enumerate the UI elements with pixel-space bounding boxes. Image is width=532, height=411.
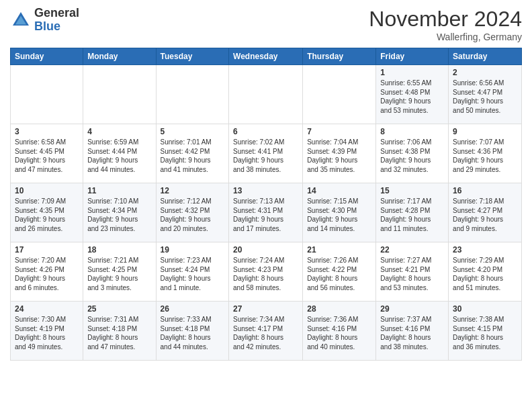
calendar-cell: 20Sunrise: 7:24 AM Sunset: 4:23 PM Dayli… [229, 242, 303, 302]
calendar-cell: 21Sunrise: 7:26 AM Sunset: 4:22 PM Dayli… [303, 242, 376, 302]
day-number: 2 [453, 68, 517, 77]
calendar-cell: 13Sunrise: 7:13 AM Sunset: 4:31 PM Dayli… [229, 183, 303, 242]
day-number: 22 [380, 245, 444, 255]
day-number: 14 [307, 186, 371, 195]
day-number: 12 [161, 186, 225, 195]
header-row: Sunday Monday Tuesday Wednesday Thursday… [11, 48, 522, 65]
logo: General Blue [10, 7, 79, 34]
calendar-week-4: 24Sunrise: 7:30 AM Sunset: 4:19 PM Dayli… [11, 302, 522, 361]
calendar-cell: 4Sunrise: 6:59 AM Sunset: 4:44 PM Daylig… [83, 124, 156, 183]
day-number: 17 [15, 245, 79, 255]
header-sunday: Sunday [11, 48, 83, 65]
calendar-cell: 12Sunrise: 7:12 AM Sunset: 4:32 PM Dayli… [156, 183, 229, 242]
day-number: 5 [161, 127, 225, 136]
header-tuesday: Tuesday [156, 48, 229, 65]
calendar: Sunday Monday Tuesday Wednesday Thursday… [10, 48, 522, 361]
calendar-cell: 11Sunrise: 7:10 AM Sunset: 4:34 PM Dayli… [83, 183, 156, 242]
calendar-cell: 22Sunrise: 7:27 AM Sunset: 4:21 PM Dayli… [376, 242, 449, 302]
day-number: 15 [380, 186, 444, 195]
day-info: Sunrise: 7:10 AM Sunset: 4:34 PM Dayligh… [87, 197, 151, 233]
day-info: Sunrise: 6:58 AM Sunset: 4:45 PM Dayligh… [15, 138, 79, 174]
day-info: Sunrise: 7:06 AM Sunset: 4:38 PM Dayligh… [380, 138, 444, 174]
day-number: 20 [233, 245, 298, 255]
day-number: 19 [161, 245, 225, 255]
day-number: 10 [15, 186, 79, 195]
day-info: Sunrise: 7:21 AM Sunset: 4:25 PM Dayligh… [87, 256, 151, 292]
header: General Blue November 2024 Wallerfing, G… [10, 7, 522, 42]
calendar-cell [11, 65, 83, 124]
calendar-cell [156, 65, 229, 124]
month-title: November 2024 [369, 7, 522, 32]
day-info: Sunrise: 7:27 AM Sunset: 4:21 PM Dayligh… [380, 256, 444, 292]
day-info: Sunrise: 6:55 AM Sunset: 4:48 PM Dayligh… [380, 79, 444, 115]
calendar-cell: 25Sunrise: 7:31 AM Sunset: 4:18 PM Dayli… [83, 302, 156, 361]
day-info: Sunrise: 7:30 AM Sunset: 4:19 PM Dayligh… [15, 315, 79, 351]
day-number: 29 [380, 304, 444, 314]
calendar-cell: 28Sunrise: 7:36 AM Sunset: 4:16 PM Dayli… [303, 302, 376, 361]
day-number: 28 [307, 304, 371, 314]
day-info: Sunrise: 7:12 AM Sunset: 4:32 PM Dayligh… [161, 197, 225, 233]
day-number: 6 [233, 127, 298, 136]
header-monday: Monday [83, 48, 156, 65]
day-info: Sunrise: 7:36 AM Sunset: 4:16 PM Dayligh… [307, 315, 371, 351]
day-info: Sunrise: 7:02 AM Sunset: 4:41 PM Dayligh… [233, 138, 298, 174]
page: General Blue November 2024 Wallerfing, G… [0, 0, 532, 411]
calendar-cell: 27Sunrise: 7:34 AM Sunset: 4:17 PM Dayli… [229, 302, 303, 361]
day-info: Sunrise: 7:33 AM Sunset: 4:18 PM Dayligh… [161, 315, 225, 351]
day-number: 13 [233, 186, 298, 195]
day-info: Sunrise: 7:04 AM Sunset: 4:39 PM Dayligh… [307, 138, 371, 174]
calendar-cell: 5Sunrise: 7:01 AM Sunset: 4:42 PM Daylig… [156, 124, 229, 183]
calendar-cell: 9Sunrise: 7:07 AM Sunset: 4:36 PM Daylig… [449, 124, 522, 183]
day-number: 30 [453, 304, 517, 314]
calendar-cell: 29Sunrise: 7:37 AM Sunset: 4:16 PM Dayli… [376, 302, 449, 361]
day-number: 1 [380, 68, 444, 77]
header-saturday: Saturday [449, 48, 522, 65]
day-number: 3 [15, 127, 79, 136]
calendar-cell [83, 65, 156, 124]
day-info: Sunrise: 6:56 AM Sunset: 4:47 PM Dayligh… [453, 79, 517, 115]
day-info: Sunrise: 7:13 AM Sunset: 4:31 PM Dayligh… [233, 197, 298, 233]
day-number: 27 [233, 304, 298, 314]
day-info: Sunrise: 6:59 AM Sunset: 4:44 PM Dayligh… [87, 138, 151, 174]
title-section: November 2024 Wallerfing, Germany [369, 7, 522, 42]
day-info: Sunrise: 7:24 AM Sunset: 4:23 PM Dayligh… [233, 256, 298, 292]
logo-general: General [34, 7, 79, 20]
calendar-cell: 24Sunrise: 7:30 AM Sunset: 4:19 PM Dayli… [11, 302, 83, 361]
calendar-cell: 10Sunrise: 7:09 AM Sunset: 4:35 PM Dayli… [11, 183, 83, 242]
calendar-cell: 14Sunrise: 7:15 AM Sunset: 4:30 PM Dayli… [303, 183, 376, 242]
day-number: 16 [453, 186, 517, 195]
day-number: 4 [87, 127, 151, 136]
day-number: 26 [161, 304, 225, 314]
calendar-cell: 26Sunrise: 7:33 AM Sunset: 4:18 PM Dayli… [156, 302, 229, 361]
calendar-cell: 15Sunrise: 7:17 AM Sunset: 4:28 PM Dayli… [376, 183, 449, 242]
calendar-week-2: 10Sunrise: 7:09 AM Sunset: 4:35 PM Dayli… [11, 183, 522, 242]
day-info: Sunrise: 7:17 AM Sunset: 4:28 PM Dayligh… [380, 197, 444, 233]
calendar-cell: 16Sunrise: 7:18 AM Sunset: 4:27 PM Dayli… [449, 183, 522, 242]
day-number: 18 [87, 245, 151, 255]
logo-blue: Blue [34, 20, 79, 34]
day-info: Sunrise: 7:15 AM Sunset: 4:30 PM Dayligh… [307, 197, 371, 233]
day-info: Sunrise: 7:20 AM Sunset: 4:26 PM Dayligh… [15, 256, 79, 292]
logo-text: General Blue [34, 7, 79, 34]
day-number: 25 [87, 304, 151, 314]
header-thursday: Thursday [303, 48, 376, 65]
day-number: 21 [307, 245, 371, 255]
day-number: 8 [380, 127, 444, 136]
day-info: Sunrise: 7:18 AM Sunset: 4:27 PM Dayligh… [453, 197, 517, 233]
location: Wallerfing, Germany [369, 32, 522, 42]
day-info: Sunrise: 7:29 AM Sunset: 4:20 PM Dayligh… [453, 256, 517, 292]
calendar-cell: 1Sunrise: 6:55 AM Sunset: 4:48 PM Daylig… [376, 65, 449, 124]
calendar-cell: 19Sunrise: 7:23 AM Sunset: 4:24 PM Dayli… [156, 242, 229, 302]
day-number: 11 [87, 186, 151, 195]
day-info: Sunrise: 7:26 AM Sunset: 4:22 PM Dayligh… [307, 256, 371, 292]
calendar-cell [229, 65, 303, 124]
calendar-cell: 6Sunrise: 7:02 AM Sunset: 4:41 PM Daylig… [229, 124, 303, 183]
calendar-cell: 30Sunrise: 7:38 AM Sunset: 4:15 PM Dayli… [449, 302, 522, 361]
day-info: Sunrise: 7:23 AM Sunset: 4:24 PM Dayligh… [161, 256, 225, 292]
calendar-cell: 18Sunrise: 7:21 AM Sunset: 4:25 PM Dayli… [83, 242, 156, 302]
logo-icon [10, 9, 32, 31]
calendar-cell: 17Sunrise: 7:20 AM Sunset: 4:26 PM Dayli… [11, 242, 83, 302]
calendar-week-0: 1Sunrise: 6:55 AM Sunset: 4:48 PM Daylig… [11, 65, 522, 124]
calendar-cell: 3Sunrise: 6:58 AM Sunset: 4:45 PM Daylig… [11, 124, 83, 183]
day-info: Sunrise: 7:01 AM Sunset: 4:42 PM Dayligh… [161, 138, 225, 174]
